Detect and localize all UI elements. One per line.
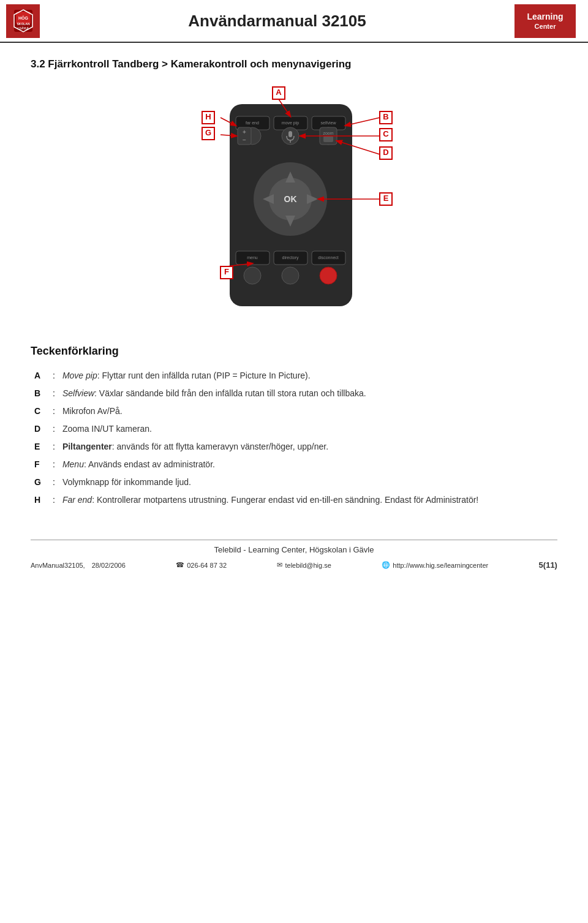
email-icon: ✉	[277, 561, 282, 569]
footer-phone: ☎ 026-64 87 32	[176, 561, 227, 569]
svg-rect-15	[288, 131, 292, 137]
section-title: 3.2 Fjärrkontroll Tandberg > Kamerakontr…	[31, 58, 557, 70]
footer-filename: AnvManual32105, 28/02/2006	[31, 562, 126, 569]
legend-desc: Menu: Används endast av administratör.	[59, 456, 557, 473]
legend-label: G	[31, 473, 49, 491]
svg-text:E: E	[383, 194, 389, 203]
legend-label: D	[31, 420, 49, 438]
svg-text:A: A	[276, 88, 282, 97]
document-title: Användarmanual 32105	[40, 12, 514, 31]
legend-row: B:Selfview: Växlar sändande bild från de…	[31, 385, 557, 402]
legend-desc: Volymknapp för inkommande ljud.	[59, 473, 557, 491]
legend-row: F:Menu: Används endast av administratör.	[31, 456, 557, 473]
svg-text:menu: menu	[247, 255, 258, 260]
svg-text:HÖG: HÖG	[18, 15, 29, 20]
legend-row: H:Far end: Kontrollerar motpartens utrus…	[31, 491, 557, 509]
svg-text:B: B	[383, 112, 388, 121]
page-number: 5(11)	[539, 560, 557, 570]
legend-desc: Selfview: Växlar sändande bild från den …	[59, 385, 557, 402]
footer-center-text: Telebild - Learning Center, Högskolan i …	[0, 545, 588, 554]
phone-icon: ☎	[176, 561, 184, 569]
svg-text:far end: far end	[246, 121, 259, 125]
legend-desc: Piltangenter: används för att flytta kam…	[59, 438, 557, 456]
remote-diagram: far end move pip selfview zoom + −	[178, 86, 410, 345]
legend-label: E	[31, 438, 49, 456]
svg-point-38	[282, 267, 299, 284]
legend-row: D:Zooma IN/UT kameran.	[31, 420, 557, 438]
svg-text:I GÄVLE: I GÄVLE	[17, 26, 28, 30]
footer-bottom: AnvManual32105, 28/02/2006 ☎ 026-64 87 3…	[0, 558, 588, 576]
footer-web: 🌐 http://www.hig.se/learningcenter	[382, 561, 488, 569]
legend-heading: Teckenförklaring	[31, 345, 557, 358]
legend-label: C	[31, 402, 49, 420]
legend-row: C:Mikrofon Av/På.	[31, 402, 557, 420]
legend-desc: Zooma IN/UT kameran.	[59, 420, 557, 438]
legend-label: A	[31, 367, 49, 385]
svg-text:H: H	[205, 112, 211, 121]
legend-label: F	[31, 456, 49, 473]
svg-text:zoom: zoom	[323, 131, 333, 135]
legend-desc: Move pip: Flyttar runt den infällda ruta…	[59, 367, 557, 385]
legend-row: G:Volymknapp för inkommande ljud.	[31, 473, 557, 491]
svg-text:directory: directory	[282, 255, 299, 260]
svg-text:selfview: selfview	[321, 121, 337, 125]
footer-divider	[31, 540, 557, 545]
logo-area: HÖG SKOLAN I GÄVLE	[6, 4, 40, 38]
learning-center-logo: Learning Center	[514, 4, 576, 38]
svg-text:disconnect: disconnect	[318, 255, 339, 260]
svg-text:D: D	[383, 148, 388, 157]
svg-text:G: G	[205, 128, 211, 137]
legend-label: H	[31, 491, 49, 509]
svg-text:OK: OK	[284, 194, 297, 204]
svg-text:F: F	[224, 267, 229, 276]
svg-point-39	[320, 267, 337, 284]
page-header: HÖG SKOLAN I GÄVLE Användarmanual 32105 …	[0, 0, 588, 43]
legend-row: E:Piltangenter: används för att flytta k…	[31, 438, 557, 456]
legend-label: B	[31, 385, 49, 402]
web-icon: 🌐	[382, 561, 390, 569]
legend-table: A:Move pip: Flyttar runt den infällda ru…	[31, 367, 557, 509]
svg-rect-20	[323, 136, 333, 142]
svg-text:C: C	[383, 129, 389, 138]
svg-text:+: +	[243, 129, 246, 135]
main-content: 3.2 Fjärrkontroll Tandberg > Kamerakontr…	[0, 43, 588, 521]
svg-point-37	[244, 267, 261, 284]
school-logo: HÖG SKOLAN I GÄVLE	[6, 4, 40, 38]
footer-email: ✉ telebild@hig.se	[277, 561, 331, 569]
legend-desc: Mikrofon Av/På.	[59, 402, 557, 420]
svg-text:SKOLAN: SKOLAN	[17, 22, 30, 26]
svg-text:move pip: move pip	[282, 121, 300, 126]
svg-text:−: −	[243, 137, 246, 143]
legend-row: A:Move pip: Flyttar runt den infällda ru…	[31, 367, 557, 385]
legend-desc: Far end: Kontrollerar motpartens utrustn…	[59, 491, 557, 509]
